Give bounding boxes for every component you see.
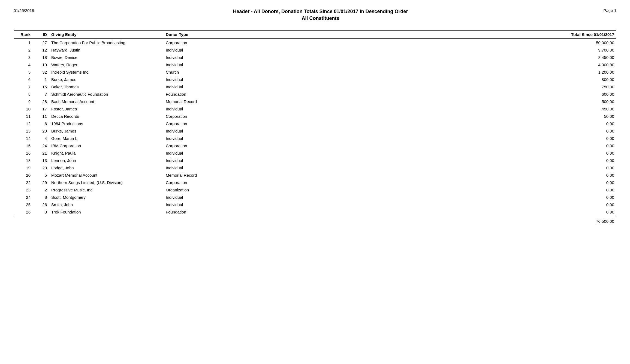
table-row: 232Progressive Music, Inc.Organization0.… — [14, 186, 616, 194]
cell-entity: Lennon, John — [49, 157, 164, 164]
cell-donor-type: Individual — [164, 201, 245, 208]
cell-donor-type: Corporation — [164, 113, 245, 120]
cell-rank: 12 — [14, 120, 33, 127]
cell-id: 17 — [33, 105, 49, 113]
cell-total: 50.00 — [245, 113, 616, 120]
cell-entity: Hayward, Justin — [49, 46, 164, 54]
cell-entity: Progressive Music, Inc. — [49, 186, 164, 194]
cell-total: 0.00 — [245, 172, 616, 179]
cell-rank: 1 — [14, 39, 33, 46]
cell-total: 0.00 — [245, 142, 616, 149]
table-row: 1320Burke, JamesIndividual0.00 — [14, 127, 616, 135]
table-row: 1813Lennon, JohnIndividual0.00 — [14, 157, 616, 164]
col-header-rank: Rank — [14, 30, 33, 39]
cell-rank: 4 — [14, 61, 33, 68]
cell-donor-type: Individual — [164, 135, 245, 142]
table-row: 205Mozart Memorial AccountMemorial Recor… — [14, 172, 616, 179]
cell-entity: Baker, Thomas — [49, 83, 164, 91]
table-row: 127The Corporation For Public Broadcasti… — [14, 39, 616, 46]
cell-rank: 16 — [14, 149, 33, 157]
cell-id: 24 — [33, 142, 49, 149]
cell-donor-type: Foundation — [164, 208, 245, 216]
cell-rank: 7 — [14, 83, 33, 91]
donors-table: Rank ID Giving Entity Donor Type Total S… — [14, 30, 616, 225]
cell-total: 0.00 — [245, 149, 616, 157]
cell-donor-type: Memorial Record — [164, 172, 245, 179]
cell-total: 0.00 — [245, 201, 616, 208]
cell-entity: Scott, Montgomery — [49, 194, 164, 201]
table-row: 1621Knight, PaulaIndividual0.00 — [14, 149, 616, 157]
cell-donor-type: Individual — [164, 61, 245, 68]
col-header-entity: Giving Entity — [49, 30, 164, 39]
footer-border-cell — [245, 216, 616, 218]
cell-rank: 2 — [14, 46, 33, 54]
cell-entity: Gore, Martin L. — [49, 135, 164, 142]
cell-id: 1 — [33, 76, 49, 83]
cell-total: 0.00 — [245, 157, 616, 164]
table-row: 1524IBM CorporationCorporation0.00 — [14, 142, 616, 149]
cell-rank: 6 — [14, 76, 33, 83]
cell-rank: 26 — [14, 208, 33, 216]
cell-id: 6 — [33, 120, 49, 127]
cell-entity: Mozart Memorial Account — [49, 172, 164, 179]
cell-total: 0.00 — [245, 120, 616, 127]
cell-id: 29 — [33, 179, 49, 186]
cell-entity: Foster, James — [49, 105, 164, 113]
cell-rank: 3 — [14, 54, 33, 61]
grand-total-row: 76,500.00 — [14, 218, 616, 225]
cell-donor-type: Individual — [164, 157, 245, 164]
cell-donor-type: Individual — [164, 164, 245, 172]
table-row: 1923Lodge, JohnIndividual0.00 — [14, 164, 616, 172]
report-header: 01/25/2018 Header - All Donors, Donation… — [14, 8, 616, 22]
cell-total: 8,450.00 — [245, 54, 616, 61]
cell-id: 23 — [33, 164, 49, 172]
cell-entity: Burke, James — [49, 76, 164, 83]
cell-total: 4,000.00 — [245, 61, 616, 68]
col-header-id: ID — [33, 30, 49, 39]
cell-donor-type: Memorial Record — [164, 98, 245, 105]
cell-id: 21 — [33, 149, 49, 157]
cell-entity: Smith, John — [49, 201, 164, 208]
cell-donor-type: Individual — [164, 54, 245, 61]
cell-total: 0.00 — [245, 164, 616, 172]
cell-donor-type: Corporation — [164, 179, 245, 186]
cell-id: 3 — [33, 208, 49, 216]
cell-rank: 10 — [14, 105, 33, 113]
cell-id: 20 — [33, 127, 49, 135]
cell-id: 18 — [33, 54, 49, 61]
cell-rank: 22 — [14, 179, 33, 186]
cell-rank: 5 — [14, 68, 33, 76]
table-row: 715Baker, ThomasIndividual750.00 — [14, 83, 616, 91]
cell-rank: 23 — [14, 186, 33, 194]
cell-donor-type: Corporation — [164, 39, 245, 46]
cell-entity: Bowie, Denise — [49, 54, 164, 61]
cell-entity: The Corporation For Public Broadcasting — [49, 39, 164, 46]
title-line1: Header - All Donors, Donation Totals Sin… — [233, 9, 408, 14]
table-row: 928Bach Memorial AccountMemorial Record5… — [14, 98, 616, 105]
col-header-donor-type: Donor Type — [164, 30, 245, 39]
cell-entity: Decca Records — [49, 113, 164, 120]
cell-id: 12 — [33, 46, 49, 54]
table-row: 410Waters, RogerIndividual4,000.00 — [14, 61, 616, 68]
table-row: 1017Foster, JamesIndividual450.00 — [14, 105, 616, 113]
report-date: 01/25/2018 — [14, 8, 46, 13]
cell-entity: Bach Memorial Account — [49, 98, 164, 105]
cell-total: 600.00 — [245, 91, 616, 98]
cell-total: 800.00 — [245, 76, 616, 83]
cell-id: 26 — [33, 201, 49, 208]
table-row: 2229Northern Songs Limited, (U.S. Divisi… — [14, 179, 616, 186]
cell-donor-type: Individual — [164, 46, 245, 54]
cell-id: 11 — [33, 113, 49, 120]
cell-id: 27 — [33, 39, 49, 46]
cell-donor-type: Foundation — [164, 91, 245, 98]
cell-id: 5 — [33, 172, 49, 179]
cell-rank: 9 — [14, 98, 33, 105]
cell-total: 0.00 — [245, 208, 616, 216]
table-row: 1111Decca RecordsCorporation50.00 — [14, 113, 616, 120]
cell-rank: 19 — [14, 164, 33, 172]
table-row: 212Hayward, JustinIndividual9,700.00 — [14, 46, 616, 54]
table-row: 1261984 ProductionsCorporation0.00 — [14, 120, 616, 127]
cell-donor-type: Individual — [164, 194, 245, 201]
cell-total: 9,700.00 — [245, 46, 616, 54]
table-row: 144Gore, Martin L.Individual0.00 — [14, 135, 616, 142]
